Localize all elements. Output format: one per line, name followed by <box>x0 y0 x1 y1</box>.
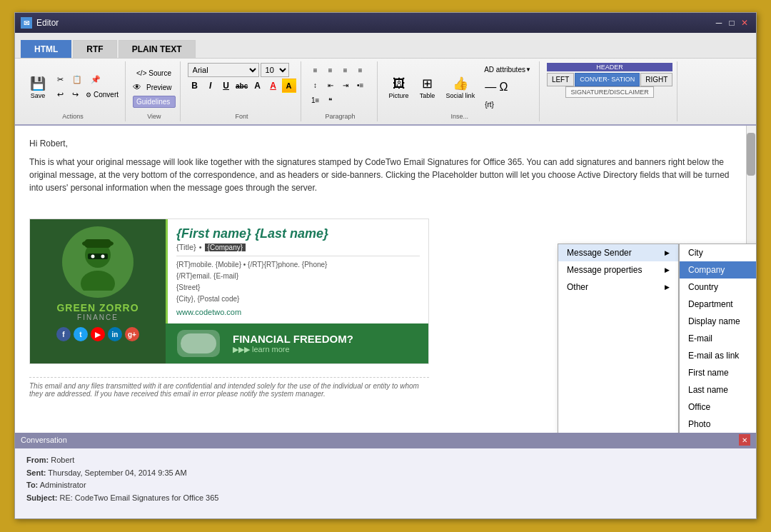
tab-plain-text[interactable]: PLAIN TEXT <box>119 40 196 58</box>
submenu-company[interactable]: Company <box>680 261 756 278</box>
source-button[interactable]: </> Source <box>133 67 176 79</box>
view-buttons: </> Source 👁 Preview Guidelines <box>133 63 176 111</box>
ribbon-group-view: </> Source 👁 Preview Guidelines View <box>128 61 181 121</box>
paste-button[interactable]: 📌 <box>87 73 104 86</box>
submenu-email[interactable]: E-mail <box>680 330 756 347</box>
sent-label: Sent: <box>26 468 46 477</box>
strikethrough-button[interactable]: abc <box>235 79 249 93</box>
submenu-country[interactable]: Country <box>680 278 756 296</box>
justify-button[interactable]: ≡ <box>353 63 368 77</box>
left-header-button[interactable]: LEFT <box>547 73 574 86</box>
align-center-button[interactable]: ≡ <box>323 63 338 77</box>
conversation-panel: From: Robert Sent: Thursday, September 0… <box>15 447 756 518</box>
line-spacing-button[interactable]: ↕ <box>308 78 323 92</box>
blockquote-button[interactable]: ❝ <box>323 93 338 107</box>
dropdown-overlay: Message Sender Message properties Other … <box>558 244 756 433</box>
youtube-icon: ▶ <box>91 327 105 341</box>
font-label: Font <box>236 111 248 120</box>
submenu-last-name[interactable]: Last name <box>680 381 756 398</box>
message-sender-menu-item[interactable]: Message Sender <box>558 244 678 261</box>
ribbon-group-paragraph: ≡ ≡ ≡ ≡ ↕ ⇤ ⇥ •≡ 1≡ ❝ Paragraph <box>304 61 378 121</box>
picture-icon: 🖼 <box>390 75 408 92</box>
scrollbar-thumb[interactable] <box>747 133 755 176</box>
sig-company-sub: FINANCE <box>77 313 119 321</box>
email-body: Hi Robert, This is what your original me… <box>15 126 756 211</box>
sig-company-highlight: {Company} <box>205 244 246 251</box>
avatar-icon <box>69 234 126 291</box>
gplus-icon: g+ <box>125 327 139 341</box>
insert-buttons: 🖼 Picture ⊞ Table 👍 Social link AD attri… <box>385 63 535 111</box>
tab-html[interactable]: HTML <box>21 40 71 58</box>
italic-button[interactable]: I <box>203 79 218 93</box>
insert-label: Inse... <box>450 111 468 120</box>
save-button[interactable]: 💾 Save <box>25 72 51 102</box>
preview-button[interactable]: Preview <box>143 81 176 94</box>
save-icon: 💾 <box>29 75 46 92</box>
right-header-button[interactable]: RIGHT <box>640 73 672 86</box>
subject-value: RE: CodeTwo Email Signatures for Office … <box>59 493 218 502</box>
conversation-panel-wrapper: Conversation ✕ From: Robert Sent: Thursd… <box>15 433 756 518</box>
table-button[interactable]: ⊞ Table <box>415 72 440 102</box>
align-right-button[interactable]: ≡ <box>338 63 353 77</box>
submenu-department[interactable]: Department <box>680 296 756 313</box>
guidelines-button[interactable]: Guidelines <box>133 96 176 108</box>
convert-button[interactable]: ⚙ Convert <box>84 89 121 101</box>
rt-placeholder-button[interactable]: {rt} <box>480 98 535 111</box>
tab-rtf[interactable]: RTF <box>73 40 116 58</box>
font-family-select[interactable]: Arial <box>188 63 259 77</box>
sig-details: {First name} {Last name} {Title} • {Comp… <box>166 219 428 323</box>
submenu-office[interactable]: Office <box>680 398 756 416</box>
maximize-button[interactable]: □ <box>726 17 737 29</box>
superscript-button[interactable]: A <box>251 79 265 93</box>
email-body-text: This is what your original message will … <box>29 156 742 194</box>
copy-button[interactable]: 📋 <box>69 73 86 86</box>
undo-button[interactable]: ↩ <box>54 88 67 101</box>
disclaimer-text: This email and any files transmitted wit… <box>29 377 429 398</box>
title-bar-left: ✉ Editor <box>21 17 59 29</box>
table-icon: ⊞ <box>419 75 436 92</box>
message-properties-menu-item[interactable]: Message properties <box>558 261 678 278</box>
picture-button[interactable]: 🖼 Picture <box>385 72 413 102</box>
paragraph-label: Paragraph <box>326 111 356 120</box>
header-label: HEADER <box>547 63 672 71</box>
sig-banner-text: FINANCIAL FREEDOM? <box>233 333 417 345</box>
preview-icon: 👁 <box>133 82 141 92</box>
close-button[interactable]: ✕ <box>739 17 750 29</box>
social-link-button[interactable]: 👍 Social link <box>442 72 480 102</box>
conversation-close-button[interactable]: ✕ <box>739 434 750 446</box>
font-color-button[interactable]: A <box>266 79 281 93</box>
submenu-city[interactable]: City <box>680 244 756 261</box>
bold-button[interactable]: B <box>188 79 202 93</box>
redo-button[interactable]: ↪ <box>69 88 82 101</box>
signature-disclaimer-button[interactable]: SIGNATURE/DISCLAIMER <box>565 86 653 98</box>
submenu-display-name[interactable]: Display name <box>680 313 756 330</box>
linkedin-icon: in <box>108 327 122 341</box>
special-char-button[interactable]: — Ω <box>480 78 535 96</box>
ribbon-group-actions: 💾 Save ✂ 📋 📌 ↩ ↪ ⚙ Convert <box>21 61 126 121</box>
submenu-email-link[interactable]: E-mail as link <box>680 347 756 364</box>
sig-website: www.codetwo.com <box>176 308 420 316</box>
numbered-list-button[interactable]: 1≡ <box>308 93 323 107</box>
bullet-list-button[interactable]: •≡ <box>353 78 368 92</box>
other-menu-item[interactable]: Other <box>558 278 678 296</box>
highlight-button[interactable]: A <box>282 79 296 93</box>
font-size-select[interactable]: 10 <box>261 63 289 77</box>
submenu-first-name[interactable]: First name <box>680 364 756 381</box>
sig-title-text: {Title} <box>176 243 196 251</box>
submenu-photo[interactable]: Photo <box>680 416 756 433</box>
conversation-header: Conversation ✕ <box>15 433 756 447</box>
align-left-button[interactable]: ≡ <box>308 63 323 77</box>
cut-button[interactable]: ✂ <box>54 73 67 86</box>
underline-button[interactable]: U <box>219 79 233 93</box>
app-icon: ✉ <box>21 17 32 29</box>
font-row-2: B I U abc A A A <box>188 79 296 93</box>
conversation-header-button[interactable]: CONVER- SATION <box>575 73 640 86</box>
svg-rect-3 <box>85 239 111 248</box>
ad-attributes-button[interactable]: AD attributes ▼ <box>480 63 535 76</box>
indent-decrease-button[interactable]: ⇤ <box>323 78 338 92</box>
sig-company-name: GREEN ZORRO <box>56 302 138 313</box>
svg-rect-4 <box>88 254 108 259</box>
minimize-button[interactable]: ─ <box>713 17 725 29</box>
sig-avatar <box>62 226 133 298</box>
indent-increase-button[interactable]: ⇥ <box>338 78 353 92</box>
